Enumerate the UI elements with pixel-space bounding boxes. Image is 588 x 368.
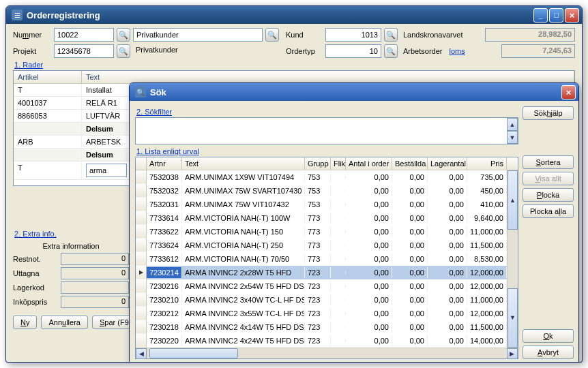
- rader-link[interactable]: 1. Rader: [14, 61, 43, 69]
- sok-window: 🔍 Sök × 2. Sökfilter ▲ ▼: [129, 82, 579, 363]
- col-bestallda[interactable]: Beställda: [392, 157, 428, 170]
- ny-button[interactable]: Ny: [13, 316, 37, 329]
- col-grupp[interactable]: Grupp: [305, 157, 331, 170]
- result-row[interactable]: 7532038ARM.UNIMAX 1X9W VIT1074947530,000…: [136, 170, 507, 184]
- kund2-lookup-button[interactable]: 🔍: [384, 28, 398, 42]
- kund-name2-label: Privatkunder: [133, 44, 263, 58]
- result-row[interactable]: 7230212ARMA INVINC2 3x55W TC-L HF DSB723…: [136, 307, 507, 320]
- plockaalla-button[interactable]: Plocka alla: [523, 204, 574, 218]
- restnot-value: 0: [61, 253, 129, 265]
- hscroll-right[interactable]: ▶: [507, 348, 518, 359]
- result-row[interactable]: 7733622ARM.VICTORIA NAH(-T) 1507730,000,…: [136, 225, 507, 239]
- projekt-field[interactable]: [54, 44, 114, 58]
- sok-title: Sök: [150, 87, 561, 97]
- sortera-button[interactable]: Sortera: [523, 155, 574, 169]
- inkopspris-label: Inköpspris: [13, 298, 61, 306]
- hscroll-left[interactable]: ◀: [136, 348, 147, 359]
- uttagna-label: Uttagna: [13, 269, 61, 277]
- sokfilter-link[interactable]: 2. Sökfilter: [136, 108, 518, 116]
- col-pris[interactable]: Pris: [467, 157, 507, 170]
- annullera-button[interactable]: Annullera: [41, 316, 88, 329]
- vscroll-down[interactable]: ▼: [508, 288, 518, 348]
- filter-down-button[interactable]: ▼: [507, 131, 518, 144]
- close-button[interactable]: ×: [565, 8, 579, 22]
- ordertyp-label: Ordertyp: [282, 47, 323, 55]
- uttagna-value: 0: [61, 267, 129, 279]
- ok-button[interactable]: Ok: [523, 329, 574, 343]
- projekt-label: Projekt: [13, 47, 51, 55]
- col-flik[interactable]: Flik: [331, 157, 346, 170]
- sok-close-button[interactable]: ×: [561, 85, 576, 99]
- nummer-field[interactable]: [54, 28, 114, 42]
- result-row[interactable]: 7230216ARMA INVINC2 2x54W T5 HFD DSB7230…: [136, 279, 507, 293]
- projekt-lookup-button[interactable]: 🔍: [117, 44, 130, 58]
- total1-field: 28,982,50: [485, 28, 575, 42]
- lagerkod-label: Lagerkod: [13, 283, 61, 292]
- vscroll-up[interactable]: ▲: [508, 170, 518, 230]
- window-title: Orderregistrering: [27, 10, 533, 20]
- app-icon: ☰: [12, 10, 23, 20]
- col-artnr[interactable]: Artnr: [147, 157, 182, 170]
- nummer-label: Nummer: [13, 31, 51, 39]
- loms-link[interactable]: loms: [445, 47, 465, 55]
- kund-num-field[interactable]: [325, 28, 381, 42]
- col-text[interactable]: Text: [82, 71, 574, 83]
- restnot-label: Restnot.: [13, 255, 61, 263]
- arb-label: Arbetsorder: [400, 47, 442, 55]
- col-lagerantal[interactable]: Lagerantal: [428, 157, 467, 170]
- filter-up-button[interactable]: ▲: [507, 118, 518, 131]
- ordertyp-field[interactable]: [325, 44, 381, 58]
- ordertyp-lookup-button[interactable]: 🔍: [384, 44, 398, 58]
- total2-field: 7,245,63: [501, 44, 575, 58]
- result-row[interactable]: 7532032ARM.UNIMAX 75W SVART1074307530,00…: [136, 184, 507, 198]
- col-text[interactable]: Text: [182, 157, 305, 170]
- nummer-lookup-button[interactable]: 🔍: [117, 28, 130, 42]
- filter-box[interactable]: ▲ ▼: [135, 117, 518, 144]
- plocka-button[interactable]: Plocka: [523, 188, 574, 202]
- result-row[interactable]: 7532031ARM.UNIMAX 75W VIT1074327530,000,…: [136, 198, 507, 211]
- kund-label: Kund: [282, 31, 323, 39]
- kund-name1-field[interactable]: [133, 28, 263, 42]
- result-row[interactable]: 7230220ARMA INVINC2 4x24W T5 HFD DSB7230…: [136, 334, 507, 348]
- result-row[interactable]: 7733612ARM.VICTORIA NAH(-T) 70/507730,00…: [136, 252, 507, 266]
- extra-info-link[interactable]: 2. Extra info.: [14, 230, 57, 238]
- search-icon: 🔍: [135, 87, 146, 97]
- sokhjalp-button[interactable]: Sökhjälp: [523, 106, 574, 120]
- parent-titlebar[interactable]: ☰ Orderregistrering _ □ ×: [6, 6, 582, 24]
- extra-title: Extra information: [13, 242, 129, 250]
- maximize-button[interactable]: □: [549, 8, 563, 22]
- result-row[interactable]: 7230214ARMA INVINC2 2x28W T5 HFD7230,000…: [136, 266, 507, 279]
- lista-link[interactable]: 1. Lista enligt urval: [136, 147, 518, 155]
- orderregistrering-window: ☰ Orderregistrering _ □ × Nummer 🔍 🔍 Kun…: [5, 5, 583, 363]
- result-row[interactable]: 7733614ARM.VICTORIA NAH(-T) 100W7730,000…: [136, 211, 507, 225]
- sok-titlebar[interactable]: 🔍 Sök ×: [130, 83, 578, 101]
- search-results-grid[interactable]: Artnr Text Grupp Flik Antal i order Best…: [135, 157, 518, 359]
- hscroll-thumb[interactable]: [149, 348, 238, 358]
- col-antal[interactable]: Antal i order: [346, 157, 392, 170]
- place-label: Landskronavarvet: [400, 31, 482, 39]
- kund-lookup-button[interactable]: 🔍: [265, 28, 279, 42]
- minimize-button[interactable]: _: [533, 8, 548, 22]
- visaallt-button: Visa allt: [523, 172, 574, 185]
- lagerkod-value: [61, 281, 129, 294]
- result-row[interactable]: 7230218ARMA INVINC2 4x14W T5 HFD DSB7230…: [136, 320, 507, 334]
- result-row[interactable]: 7733624ARM.VICTORIA NAH(-T) 2507730,000,…: [136, 239, 507, 252]
- col-artikel[interactable]: Artikel: [14, 71, 82, 83]
- result-row[interactable]: 7230210ARMA INVINC2 3x40W TC-L HF DSB723…: [136, 293, 507, 307]
- avbryt-button[interactable]: Avbryt: [523, 346, 574, 359]
- text-cell-editor[interactable]: [86, 164, 127, 177]
- inkopspris-value: 0: [61, 296, 129, 308]
